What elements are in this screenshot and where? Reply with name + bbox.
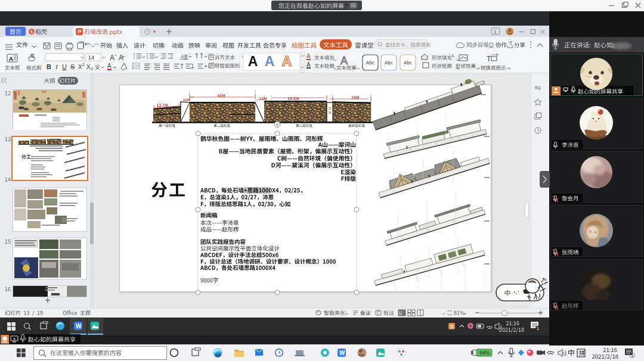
svg-text:A: A bbox=[107, 63, 112, 69]
svg-text:X: X bbox=[78, 64, 82, 70]
svg-text:A: A bbox=[10, 56, 13, 62]
svg-text:U: U bbox=[62, 63, 67, 70]
svg-text:A: A bbox=[306, 53, 311, 60]
svg-text:A: A bbox=[306, 61, 311, 68]
svg-text:W: W bbox=[76, 323, 82, 329]
svg-text:AB: AB bbox=[181, 54, 188, 60]
svg-text:X: X bbox=[86, 64, 91, 70]
svg-text:1: 1 bbox=[537, 326, 539, 331]
svg-text:S: S bbox=[450, 323, 454, 329]
svg-text:1: 1 bbox=[631, 353, 634, 358]
svg-text:T: T bbox=[487, 55, 491, 63]
svg-text:2: 2 bbox=[82, 63, 85, 67]
svg-text:A: A bbox=[119, 54, 123, 62]
svg-text:W: W bbox=[339, 350, 345, 356]
svg-text:S: S bbox=[70, 63, 75, 70]
svg-text:A: A bbox=[265, 54, 275, 69]
svg-text:I: I bbox=[55, 63, 58, 70]
svg-text:A: A bbox=[340, 55, 348, 67]
svg-text:^: ^ bbox=[114, 54, 117, 58]
svg-text:A: A bbox=[248, 54, 258, 69]
svg-text:2: 2 bbox=[91, 67, 93, 71]
svg-text:A: A bbox=[282, 54, 292, 69]
svg-text:B: B bbox=[47, 63, 51, 70]
svg-text:A: A bbox=[110, 54, 114, 62]
svg-text:1: 1 bbox=[494, 29, 497, 35]
